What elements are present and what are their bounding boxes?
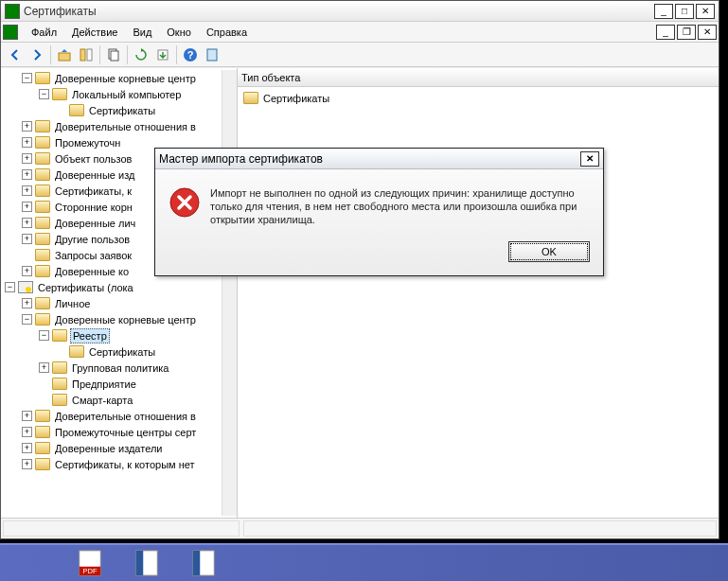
folder-icon xyxy=(69,104,84,116)
svg-rect-14 xyxy=(136,551,144,575)
tree-item[interactable]: Доверенные издатели xyxy=(53,442,164,455)
folder-icon xyxy=(35,120,50,132)
copy-button[interactable] xyxy=(103,44,124,65)
folder-icon xyxy=(35,313,50,326)
tree-item[interactable]: Доверительные отношения в xyxy=(53,120,198,133)
folder-icon xyxy=(35,233,50,245)
tree-item[interactable]: Локальный компьютер xyxy=(70,88,183,101)
list-item[interactable]: Сертификаты xyxy=(243,90,713,106)
taskbar-doc-icon[interactable] xyxy=(133,549,161,577)
certificate-store-icon xyxy=(18,281,33,293)
taskbar[interactable]: PDF xyxy=(0,543,728,581)
tree-item[interactable]: Сертификаты, к xyxy=(53,185,133,198)
child-close-button[interactable]: ✕ xyxy=(698,25,717,40)
refresh-button[interactable] xyxy=(131,44,151,65)
tree-item[interactable]: Сторонние корн xyxy=(53,201,134,214)
folder-icon xyxy=(69,345,84,358)
child-minimize-button[interactable]: _ xyxy=(656,25,675,40)
tree-item[interactable]: Доверительные отношения в xyxy=(53,410,198,423)
content-pane: Тип объекта Сертификаты xyxy=(238,68,719,518)
tree-scrollbar[interactable] xyxy=(222,70,237,516)
window-title: Сертификаты xyxy=(24,5,654,18)
dialog-close-button[interactable]: ✕ xyxy=(580,151,599,167)
folder-icon xyxy=(35,152,50,165)
show-hide-button[interactable] xyxy=(76,44,97,65)
export-button[interactable] xyxy=(152,44,173,65)
svg-rect-4 xyxy=(111,51,118,61)
separator xyxy=(99,45,100,64)
folder-icon xyxy=(35,168,50,181)
tree-item[interactable]: Объект пользов xyxy=(53,152,133,166)
folder-icon xyxy=(35,217,50,229)
tree-item[interactable]: Доверенные корневые центр xyxy=(53,72,198,85)
dialog-text: Импорт не выполнен по одной из следующих… xyxy=(210,186,590,226)
folder-icon xyxy=(35,410,50,422)
taskbar-doc-icon[interactable] xyxy=(189,549,218,577)
tree-item[interactable]: Сертификаты, к которым нет xyxy=(53,458,197,471)
folder-icon xyxy=(35,297,50,309)
folder-icon xyxy=(35,265,50,277)
folder-icon xyxy=(52,329,67,342)
dialog-titlebar[interactable]: Мастер импорта сертификатов ✕ xyxy=(155,149,603,169)
folder-icon xyxy=(35,185,50,197)
maximize-button[interactable]: □ xyxy=(675,4,694,19)
properties-button[interactable] xyxy=(202,44,222,65)
tree-item[interactable]: Запросы заявок xyxy=(53,249,133,262)
dialog-title: Мастер импорта сертификатов xyxy=(159,152,580,166)
folder-icon xyxy=(52,361,67,374)
menu-help[interactable]: Справка xyxy=(199,24,255,41)
tree-item[interactable]: Сертификаты xyxy=(87,345,157,359)
menu-action[interactable]: Действие xyxy=(64,24,125,41)
separator xyxy=(176,45,177,64)
menu-file[interactable]: Файл xyxy=(24,24,64,41)
folder-icon xyxy=(52,378,67,390)
tree-item-selected[interactable]: Реестр xyxy=(70,328,110,343)
tree-item[interactable]: Сертификаты xyxy=(87,104,157,117)
svg-rect-0 xyxy=(59,53,70,61)
menu-view[interactable]: Вид xyxy=(125,24,159,41)
folder-icon xyxy=(35,136,50,149)
tree-item[interactable]: Промежуточные центры серт xyxy=(53,426,198,439)
column-header[interactable]: Тип объекта xyxy=(241,70,300,85)
minimize-button[interactable]: _ xyxy=(654,4,673,19)
titlebar[interactable]: Сертификаты _ □ ✕ xyxy=(1,1,719,22)
tree-item[interactable]: Доверенные корневые центр xyxy=(53,313,198,326)
tree-item[interactable]: Смарт-карта xyxy=(70,394,134,407)
folder-icon xyxy=(35,426,50,438)
folder-icon xyxy=(52,394,67,406)
list-header[interactable]: Тип объекта xyxy=(238,68,719,87)
folder-icon xyxy=(35,72,50,84)
tree-item[interactable]: Групповая политика xyxy=(70,361,170,375)
ok-button[interactable]: OK xyxy=(508,241,590,262)
tree-item[interactable]: Доверенные изд xyxy=(53,168,136,182)
menubar: Файл Действие Вид Окно Справка _ ❐ ✕ xyxy=(1,22,719,43)
folder-icon xyxy=(52,88,67,100)
svg-rect-1 xyxy=(80,49,85,61)
tree-item[interactable]: Доверенные ко xyxy=(53,265,131,278)
console-icon xyxy=(3,25,18,40)
svg-rect-2 xyxy=(87,49,92,61)
help-button[interactable]: ? xyxy=(180,44,201,65)
tree-item[interactable]: Промежуточн xyxy=(53,136,122,150)
tree-item[interactable]: Личное xyxy=(53,297,92,310)
error-icon xyxy=(169,186,201,219)
close-button[interactable]: ✕ xyxy=(696,4,715,19)
svg-text:?: ? xyxy=(187,49,194,61)
svg-text:PDF: PDF xyxy=(83,567,98,575)
up-button[interactable] xyxy=(54,44,75,65)
app-icon xyxy=(5,4,20,19)
tree-item[interactable]: Другие пользов xyxy=(53,233,132,246)
taskbar-pdf-icon[interactable]: PDF xyxy=(76,549,104,577)
forward-button[interactable] xyxy=(27,44,47,65)
tree-item[interactable]: Предприятие xyxy=(70,378,138,391)
tree-item[interactable]: Доверенные лич xyxy=(53,217,137,230)
statusbar xyxy=(1,518,719,538)
svg-rect-16 xyxy=(193,551,201,575)
tree-item[interactable]: Сертификаты (лока xyxy=(36,281,135,294)
svg-rect-8 xyxy=(207,49,217,61)
folder-icon xyxy=(243,92,258,104)
tree-pane: −Доверенные корневые центр −Локальный ко… xyxy=(1,68,238,518)
menu-window[interactable]: Окно xyxy=(159,24,199,41)
back-button[interactable] xyxy=(5,44,26,65)
child-restore-button[interactable]: ❐ xyxy=(677,25,696,40)
